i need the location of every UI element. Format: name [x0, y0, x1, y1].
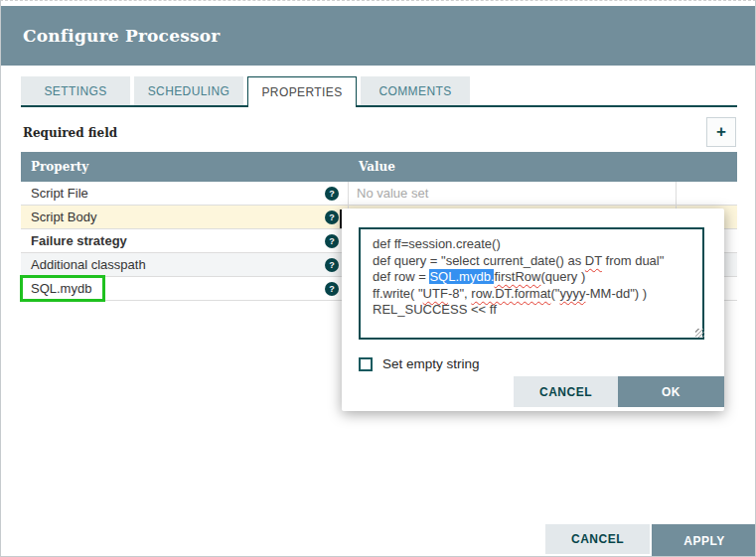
set-empty-string-row: Set empty string [359, 356, 480, 371]
add-property-button[interactable]: + [706, 117, 736, 147]
row-extra-cell [677, 182, 737, 205]
tab-bar: SETTINGSSCHEDULINGPROPERTIESCOMMENTS [21, 76, 737, 107]
question-mark-icon[interactable]: ? [325, 210, 339, 224]
table-header: Property Value [21, 152, 737, 182]
code-text: -8", [448, 286, 471, 301]
property-name-cell: SQL.mydb? [21, 277, 349, 300]
tab-comments[interactable]: COMMENTS [361, 76, 470, 105]
misspelled-text: firstRow [494, 269, 540, 284]
property-name: Script File [31, 186, 325, 201]
editor-ok-button[interactable]: OK [618, 376, 724, 407]
property-name: Failure strategy [31, 233, 325, 248]
table-row[interactable]: Script File?No value set [21, 182, 737, 206]
code-text: ff.write( " [373, 286, 423, 301]
code-text: -MM-dd") ) [585, 286, 647, 301]
property-name-cell: Script Body? [21, 206, 349, 228]
code-text: from dual" [602, 253, 664, 268]
tab-settings[interactable]: SETTINGS [21, 76, 130, 105]
question-mark-icon[interactable]: ? [325, 282, 339, 296]
selected-text: SQL.mydb. [429, 269, 494, 284]
property-name: SQL.mydb [31, 281, 325, 296]
property-name: Additional classpath [31, 257, 325, 272]
dialog-title: Configure Processor [23, 26, 220, 46]
property-name: Script Body [31, 209, 325, 224]
property-name-cell: Script File? [21, 182, 349, 205]
misspelled-text: UTF [423, 286, 448, 301]
misspelled-text: yyyy [559, 286, 585, 301]
code-line: def row = SQL.mydb.firstRow(query ) [373, 269, 690, 286]
tab-properties[interactable]: PROPERTIES [247, 76, 357, 107]
misspelled-text: row.DT.format [471, 286, 550, 301]
dialog-cancel-button[interactable]: CANCEL [545, 524, 650, 554]
code-text: def row = [373, 269, 429, 284]
resize-handle-icon[interactable] [695, 329, 704, 338]
set-empty-string-label: Set empty string [382, 356, 480, 371]
code-text: (query ) [540, 269, 585, 284]
code-line: def ff=session.create() [373, 236, 690, 253]
code-text: def ff=session.create() [373, 236, 501, 251]
dialog-titlebar: Configure Processor [1, 6, 756, 66]
value-editor-popup: def ff=session.create()def query = "sele… [342, 209, 724, 411]
required-field-label: Required field [23, 126, 117, 140]
question-mark-icon[interactable]: ? [325, 234, 339, 248]
plus-icon: + [716, 122, 726, 142]
code-text: REL_SUCCESS << ff [373, 302, 497, 317]
property-name-cell: Additional classpath? [21, 253, 349, 276]
column-header-property: Property [21, 160, 349, 174]
editor-cancel-button[interactable]: CANCEL [514, 376, 618, 407]
misspelled-text: DT [585, 253, 602, 268]
tab-scheduling[interactable]: SCHEDULING [134, 76, 243, 105]
dialog-apply-button[interactable]: APPLY [652, 524, 756, 557]
code-line: def query = "select current_date() as DT… [373, 253, 690, 270]
code-line: REL_SUCCESS << ff [373, 302, 690, 319]
value-editor-textarea[interactable]: def ff=session.create()def query = "sele… [359, 227, 704, 340]
column-header-value: Value [349, 160, 677, 174]
question-mark-icon[interactable]: ? [325, 258, 339, 272]
property-value-cell[interactable]: No value set [349, 182, 677, 205]
code-line: ff.write( "UTF-8", row.DT.format("yyyy-M… [373, 286, 690, 303]
property-name-cell: Failure strategy? [21, 229, 349, 252]
code-text: def query = "select current_date() as [373, 253, 585, 268]
set-empty-string-checkbox[interactable] [359, 357, 373, 371]
question-mark-icon[interactable]: ? [325, 187, 339, 201]
